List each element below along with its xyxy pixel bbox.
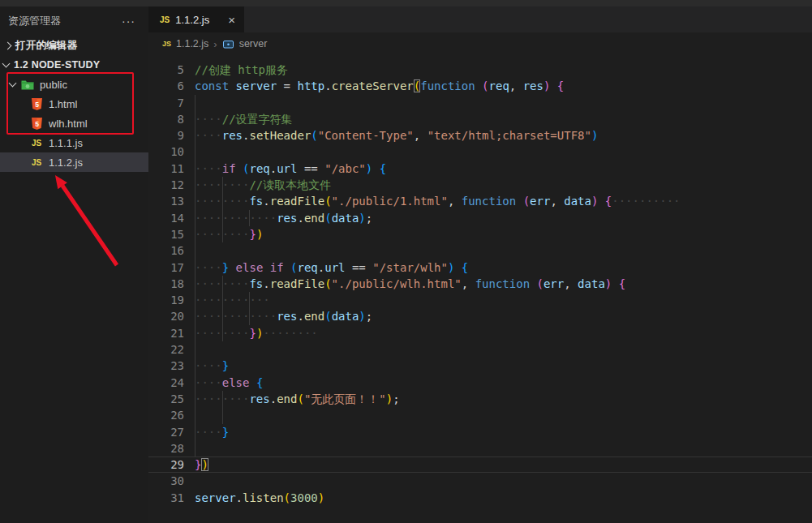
- line-number: 23: [148, 358, 184, 374]
- code-text: [184, 341, 195, 358]
- code-line-18[interactable]: 18········fs.readFile("./public/wlh.html…: [148, 276, 812, 292]
- indent-guide: [222, 177, 223, 242]
- js-file-icon: JS: [162, 40, 171, 48]
- code-line-21[interactable]: 21········})········: [148, 325, 812, 341]
- tree-item-public[interactable]: public: [0, 75, 148, 94]
- code-line-27[interactable]: 27····}: [148, 424, 812, 440]
- explorer-tree: public51.html5wlh.htmlJS1.1.1.jsJS1.1.2.…: [0, 75, 148, 172]
- section-label: 1.2 NODE-STUDY: [14, 59, 100, 71]
- line-number: 7: [148, 95, 184, 111]
- code-text: //创建 http服务: [184, 62, 288, 78]
- line-number: 26: [148, 407, 184, 423]
- tab-112js[interactable]: JS 1.1.2.js ×: [148, 6, 244, 32]
- breadcrumb-symbol[interactable]: server: [239, 38, 268, 49]
- symbol-variable-icon: [222, 38, 234, 50]
- code-text: [184, 144, 195, 160]
- svg-text:5: 5: [35, 119, 39, 127]
- code-line-28[interactable]: 28: [148, 440, 812, 457]
- code-text: ····if (req.url == "/abc") {: [184, 161, 386, 177]
- indent-guide: [195, 95, 195, 457]
- line-number: 12: [148, 177, 184, 193]
- file-label: wlh.html: [49, 118, 88, 130]
- file-label: 1.1.2.js: [49, 156, 83, 169]
- code-text: ····//设置字符集: [184, 111, 293, 127]
- js-file-icon: JS: [160, 15, 170, 24]
- js-file-icon: JS: [30, 158, 43, 167]
- line-number: 25: [148, 391, 184, 407]
- line-number: 21: [148, 325, 184, 341]
- breadcrumb-separator: ›: [213, 38, 217, 50]
- tree-item-wlh.html[interactable]: 5wlh.html: [0, 114, 148, 133]
- code-text: [184, 407, 195, 423]
- line-number: 19: [148, 292, 184, 308]
- html5-icon: 5: [30, 98, 43, 110]
- line-number: 14: [148, 210, 184, 226]
- code-lines: 5//创建 http服务6const server = http.createS…: [148, 55, 812, 506]
- tree-item-1.1.1.js[interactable]: JS1.1.1.js: [0, 133, 148, 152]
- code-line-6[interactable]: 6const server = http.createServer(functi…: [148, 78, 812, 94]
- code-text: ········fs.readFile("./public/wlh.html",…: [184, 276, 625, 292]
- indent-guide: [249, 292, 250, 325]
- line-number: 6: [148, 78, 184, 94]
- code-line-23[interactable]: 23····}: [148, 358, 812, 374]
- code-line-12[interactable]: 12········//读取本地文件: [148, 177, 812, 193]
- code-line-20[interactable]: 20············res.end(data);: [148, 308, 812, 324]
- line-number: 31: [148, 490, 184, 506]
- code-line-26[interactable]: 26: [148, 407, 812, 423]
- code-line-17[interactable]: 17····} else if (req.url == "/star/wlh")…: [148, 259, 812, 276]
- code-line-8[interactable]: 8····//设置字符集: [148, 111, 812, 127]
- section-node-study[interactable]: 1.2 NODE-STUDY: [0, 55, 148, 75]
- code-text: ············res.end(data);: [184, 210, 372, 226]
- indent-guide: [222, 391, 223, 424]
- code-text: ········//读取本地文件: [184, 177, 331, 193]
- html5-icon: 5: [30, 118, 43, 130]
- line-number: 18: [148, 276, 184, 292]
- breadcrumb-file[interactable]: 1.1.2.js: [176, 38, 208, 49]
- code-line-14[interactable]: 14············res.end(data);: [148, 210, 812, 226]
- code-text: ········res.end("无此页面！！");: [184, 391, 400, 407]
- line-number: 5: [148, 62, 184, 78]
- code-line-5[interactable]: 5//创建 http服务: [148, 62, 812, 78]
- close-icon[interactable]: ×: [226, 13, 238, 27]
- line-number: 9: [148, 127, 184, 144]
- code-line-25[interactable]: 25········res.end("无此页面！！");: [148, 391, 812, 407]
- code-line-9[interactable]: 9····res.setHeader("Content-Type", "text…: [148, 127, 812, 144]
- file-label: 1.1.1.js: [49, 137, 83, 149]
- title-bar: [0, 0, 812, 6]
- section-open-editors[interactable]: 打开的编辑器: [0, 36, 148, 55]
- line-number: 28: [148, 440, 184, 457]
- code-text: ············res.end(data);: [184, 308, 372, 324]
- code-text: ········})········: [184, 325, 318, 341]
- code-line-7[interactable]: 7: [148, 95, 812, 111]
- more-actions-icon[interactable]: ···: [122, 18, 135, 24]
- line-number: 27: [148, 424, 184, 440]
- code-line-19[interactable]: 19···········: [148, 292, 812, 308]
- chevron-down-icon: [9, 79, 17, 88]
- breadcrumb: JS 1.1.2.js › server: [148, 32, 812, 55]
- code-text: server.listen(3000): [184, 490, 324, 506]
- line-number: 15: [148, 226, 184, 242]
- code-line-10[interactable]: 10: [148, 144, 812, 160]
- tree-item-1.1.2.js[interactable]: JS1.1.2.js: [0, 152, 148, 172]
- explorer-title: 资源管理器: [8, 14, 61, 28]
- tree-item-1.html[interactable]: 51.html: [0, 94, 148, 114]
- code-line-30[interactable]: 30: [148, 473, 812, 489]
- code-line-15[interactable]: 15········}): [148, 226, 812, 242]
- code-line-11[interactable]: 11····if (req.url == "/abc") {: [148, 161, 812, 177]
- code-text: ····res.setHeader("Content-Type", "text/…: [184, 127, 598, 144]
- line-number: 16: [148, 242, 184, 259]
- code-line-29[interactable]: 29}): [148, 457, 812, 473]
- code-line-22[interactable]: 22: [148, 341, 812, 358]
- code-line-13[interactable]: 13········fs.readFile("./public/1.html",…: [148, 193, 812, 209]
- tab-bar: JS 1.1.2.js ×: [148, 6, 812, 32]
- line-number: 10: [148, 144, 184, 160]
- code-text: ········}): [184, 226, 263, 242]
- code-line-24[interactable]: 24····else {: [148, 375, 812, 391]
- code-line-16[interactable]: 16: [148, 242, 812, 259]
- line-number: 20: [148, 308, 184, 324]
- code-text: [184, 242, 195, 259]
- line-number: 11: [148, 161, 184, 177]
- code-text: ····}: [184, 424, 229, 440]
- code-text: [184, 440, 195, 457]
- code-line-31[interactable]: 31server.listen(3000): [148, 490, 812, 506]
